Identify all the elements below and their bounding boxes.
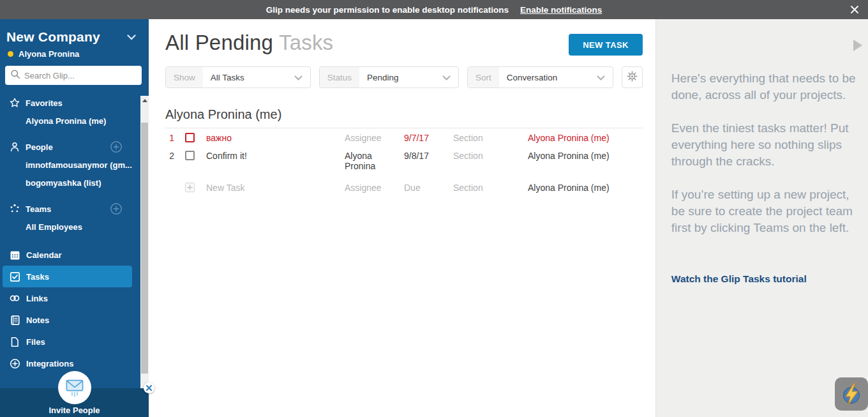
- status-filter-value: Pending: [367, 73, 399, 82]
- chevron-down-icon: [597, 73, 605, 82]
- sidebar-item-label: Links: [26, 294, 48, 303]
- help-paragraph: If you’re setting up a new project, be s…: [671, 186, 862, 236]
- task-checkbox[interactable]: [185, 151, 195, 160]
- add-team-icon[interactable]: [109, 202, 123, 216]
- task-assignee[interactable]: Assignee: [345, 133, 393, 143]
- sidebar-item-files[interactable]: Files: [0, 331, 149, 353]
- app-window: New Company Alyona Pronina Favorites: [0, 19, 868, 417]
- star-icon: [9, 98, 20, 108]
- gear-icon: [627, 71, 638, 84]
- plus-circle-icon: [9, 358, 20, 369]
- collapse-panel-arrow-icon[interactable]: [853, 40, 862, 51]
- add-task-icon[interactable]: [185, 183, 195, 192]
- notification-message: Glip needs your permission to enable des…: [266, 5, 509, 15]
- search-box: [5, 66, 142, 85]
- sidebar-item-label: Notes: [26, 315, 49, 325]
- task-number: 2: [165, 151, 174, 161]
- task-number: 1: [165, 133, 174, 143]
- presence-dot: [8, 51, 13, 57]
- new-task-due[interactable]: Due: [404, 183, 442, 193]
- task-section[interactable]: Section: [453, 151, 517, 161]
- task-due-date[interactable]: 9/7/17: [404, 133, 442, 143]
- teams-icon: [9, 204, 20, 214]
- help-panel: Here's everything that needs to be done,…: [655, 19, 868, 417]
- page-title-primary: All Pending: [165, 31, 273, 54]
- sort-filter-value: Conversation: [507, 73, 558, 82]
- show-filter-value: All Tasks: [211, 73, 244, 82]
- new-task-assignee[interactable]: Assignee: [345, 183, 393, 193]
- sort-filter-dropdown[interactable]: Sort Conversation: [467, 66, 613, 88]
- task-assignee[interactable]: Alyona Pronina: [345, 151, 393, 171]
- close-icon[interactable]: [849, 4, 860, 15]
- chevron-down-icon: [442, 73, 451, 82]
- link-icon: [9, 293, 20, 303]
- task-due-date[interactable]: 9/8/17: [404, 151, 442, 161]
- user-name: Alyona Pronina: [19, 49, 79, 59]
- main-content: All Pending Tasks NEW TASK Show All Task…: [149, 19, 655, 417]
- sidebar-section-label: Teams: [26, 204, 51, 214]
- chevron-down-icon: [294, 73, 303, 82]
- settings-button[interactable]: [622, 66, 643, 88]
- sort-filter-label: Sort: [468, 67, 499, 87]
- sidebar-section-label: Favorites: [26, 98, 63, 108]
- status-filter-dropdown[interactable]: Status Pending: [319, 66, 459, 88]
- add-person-icon[interactable]: [109, 140, 123, 154]
- sidebar-item-label: Calendar: [26, 250, 62, 260]
- task-title[interactable]: важно: [206, 133, 334, 143]
- task-checkbox[interactable]: [185, 133, 195, 142]
- sidebar-section-favorites[interactable]: Favorites: [0, 94, 149, 112]
- chevron-down-icon: [127, 31, 136, 43]
- notification-bar: Glip needs your permission to enable des…: [0, 0, 868, 19]
- task-row: 1 важно Assignee 9/7/17 Section Alyona P…: [165, 128, 643, 146]
- scroll-up-arrow[interactable]: [140, 96, 149, 105]
- sidebar-section-teams[interactable]: Teams: [0, 200, 149, 218]
- sidebar-nav: Favorites Alyona Pronina (me) People imn…: [0, 94, 149, 374]
- help-paragraph: Here's everything that needs to be done,…: [671, 70, 862, 103]
- search-input[interactable]: [24, 71, 137, 80]
- task-conversation[interactable]: Alyona Pronina (me): [528, 151, 643, 161]
- sidebar-item-calendar[interactable]: Calendar: [0, 244, 149, 266]
- calendar-icon: [9, 250, 20, 261]
- current-user: Alyona Pronina: [0, 45, 149, 59]
- new-task-button[interactable]: NEW TASK: [569, 34, 643, 56]
- sidebar-item-label: Integrations: [26, 359, 73, 368]
- task-title[interactable]: Confirm it!: [206, 151, 334, 161]
- sidebar-item-person[interactable]: imnotfamousanymor (gm...: [0, 156, 149, 174]
- sidebar-item-tasks[interactable]: Tasks: [3, 266, 132, 287]
- file-icon: [9, 337, 20, 347]
- enable-notifications-link[interactable]: Enable notifications: [520, 5, 602, 15]
- sidebar-item-links[interactable]: Links: [0, 287, 149, 309]
- new-task-row: New Task Assignee Due Section Alyona Pro…: [165, 178, 643, 196]
- new-task-conversation[interactable]: Alyona Pronina (me): [528, 183, 643, 193]
- show-filter-label: Show: [166, 67, 203, 87]
- new-task-section[interactable]: Section: [453, 183, 517, 193]
- sidebar-item-team[interactable]: All Employees: [0, 218, 149, 236]
- help-paragraph: Even the tiniest tasks matter! Put every…: [671, 120, 862, 170]
- sidebar-section-people[interactable]: People: [0, 138, 149, 156]
- sidebar-item-person[interactable]: bogomyashka (list): [0, 174, 149, 192]
- task-row: 2 Confirm it! Alyona Pronina 9/8/17 Sect…: [165, 146, 643, 174]
- sidebar-item-favorite-conversation[interactable]: Alyona Pronina (me): [0, 112, 149, 130]
- task-section[interactable]: Section: [453, 133, 517, 143]
- company-name: New Company: [6, 29, 100, 45]
- page-title: All Pending Tasks: [165, 31, 333, 55]
- invite-people-button[interactable]: Invite People: [0, 388, 149, 417]
- page-title-secondary: Tasks: [279, 31, 333, 54]
- new-task-placeholder[interactable]: New Task: [206, 183, 334, 193]
- sidebar-item-notes[interactable]: Notes: [0, 309, 149, 331]
- collapse-sidebar-button[interactable]: [144, 383, 154, 393]
- tasks-icon: [9, 271, 20, 282]
- sidebar-section-label: People: [26, 142, 53, 152]
- lightning-app-icon[interactable]: [835, 377, 868, 411]
- show-filter-dropdown[interactable]: Show All Tasks: [165, 66, 311, 88]
- search-icon: [10, 69, 20, 82]
- sidebar: New Company Alyona Pronina Favorites: [0, 19, 149, 417]
- company-switcher[interactable]: New Company: [0, 19, 149, 45]
- scrollbar-thumb[interactable]: [141, 123, 148, 374]
- task-group-title: Alyona Pronina (me): [165, 107, 643, 128]
- invite-people-label: Invite People: [0, 406, 149, 415]
- tasks-tutorial-link[interactable]: Watch the Glip Tasks tutorial: [671, 273, 807, 285]
- status-filter-label: Status: [320, 67, 359, 87]
- sidebar-scrollbar[interactable]: [140, 96, 149, 407]
- task-conversation[interactable]: Alyona Pronina (me): [528, 133, 643, 143]
